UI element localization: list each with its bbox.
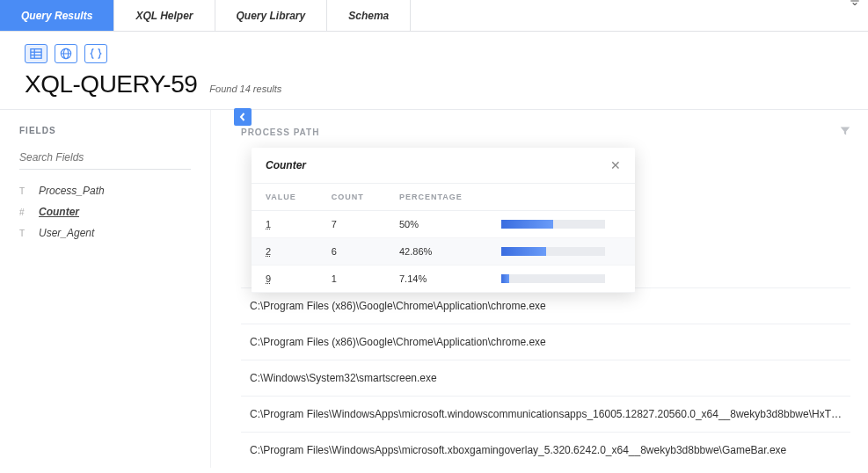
field-label: Counter xyxy=(39,206,79,218)
count-cell: 7 xyxy=(317,211,385,238)
type-number-icon: # xyxy=(19,207,30,217)
tab-schema[interactable]: Schema xyxy=(327,0,411,31)
counter-popover: Counter ✕ VALUE COUNT PERCENTAGE 1750%26… xyxy=(252,148,635,293)
percentage-cell: 50% xyxy=(385,211,487,238)
column-header-process-path[interactable]: PROCESS PATH xyxy=(241,127,319,137)
col-count[interactable]: COUNT xyxy=(317,184,385,211)
percentage-cell: 42.86% xyxy=(385,238,487,266)
tab-query-library[interactable]: Query Library xyxy=(215,0,328,31)
popover-title: Counter xyxy=(266,159,306,171)
col-bar xyxy=(487,184,635,211)
counter-row[interactable]: 2642.86% xyxy=(252,238,635,266)
close-icon[interactable]: ✕ xyxy=(610,158,621,172)
field-label: User_Agent xyxy=(39,227,94,239)
query-title: XQL-QUERY-59 xyxy=(25,70,197,98)
tab-bar: Query Results XQL Helper Query Library S… xyxy=(0,0,868,32)
view-mode-json-button[interactable] xyxy=(84,44,107,63)
tab-xql-helper[interactable]: XQL Helper xyxy=(114,0,215,31)
svg-rect-0 xyxy=(31,49,41,59)
type-text-icon: T xyxy=(19,229,30,238)
percentage-cell: 7.14% xyxy=(385,266,487,293)
counter-row[interactable]: 1750% xyxy=(252,211,635,238)
field-counter[interactable]: # Counter xyxy=(19,201,191,222)
bar-cell xyxy=(487,238,635,266)
value-cell[interactable]: 9 xyxy=(252,266,317,293)
tab-query-results[interactable]: Query Results xyxy=(0,0,114,31)
sidebar-heading: FIELDS xyxy=(19,126,191,135)
value-cell[interactable]: 2 xyxy=(252,238,317,266)
bar-cell xyxy=(487,211,635,238)
result-count: Found 14 results xyxy=(209,84,281,94)
field-label: Process_Path xyxy=(39,185,105,197)
type-text-icon: T xyxy=(19,186,30,196)
field-user-agent[interactable]: T User_Agent xyxy=(19,222,191,244)
col-percentage[interactable]: PERCENTAGE xyxy=(385,184,487,211)
view-mode-group xyxy=(25,44,843,63)
search-fields-input[interactable] xyxy=(19,146,191,170)
count-cell: 1 xyxy=(317,266,385,293)
field-process-path[interactable]: T Process_Path xyxy=(19,180,191,201)
counter-row[interactable]: 917.14% xyxy=(252,266,635,293)
collapse-sidebar-button[interactable] xyxy=(234,108,252,126)
page-header: XQL-QUERY-59 Found 14 results xyxy=(0,32,868,109)
resize-handle-icon[interactable] xyxy=(849,0,861,11)
value-cell[interactable]: 1 xyxy=(252,211,317,238)
col-value[interactable]: VALUE xyxy=(252,184,317,211)
table-row[interactable]: C:\Program Files (x86)\Google\Chrome\App… xyxy=(241,287,850,324)
view-mode-globe-button[interactable] xyxy=(55,44,77,63)
counter-table: VALUE COUNT PERCENTAGE 1750%2642.86%917.… xyxy=(252,183,635,293)
view-mode-table-button[interactable] xyxy=(25,44,47,63)
table-row[interactable]: C:\Program Files\WindowsApps\microsoft.x… xyxy=(241,432,850,468)
filter-icon[interactable] xyxy=(840,126,850,138)
result-rows: C:\Program Files (x86)\Google\Chrome\App… xyxy=(241,287,850,468)
table-row[interactable]: C:\Windows\System32\smartscreen.exe xyxy=(241,360,850,396)
count-cell: 6 xyxy=(317,238,385,266)
table-row[interactable]: C:\Program Files\WindowsApps\microsoft.w… xyxy=(241,396,850,432)
table-row[interactable]: C:\Program Files (x86)\Google\Chrome\App… xyxy=(241,324,850,360)
bar-cell xyxy=(487,266,635,293)
fields-sidebar: FIELDS T Process_Path # Counter T User_A… xyxy=(0,110,211,468)
